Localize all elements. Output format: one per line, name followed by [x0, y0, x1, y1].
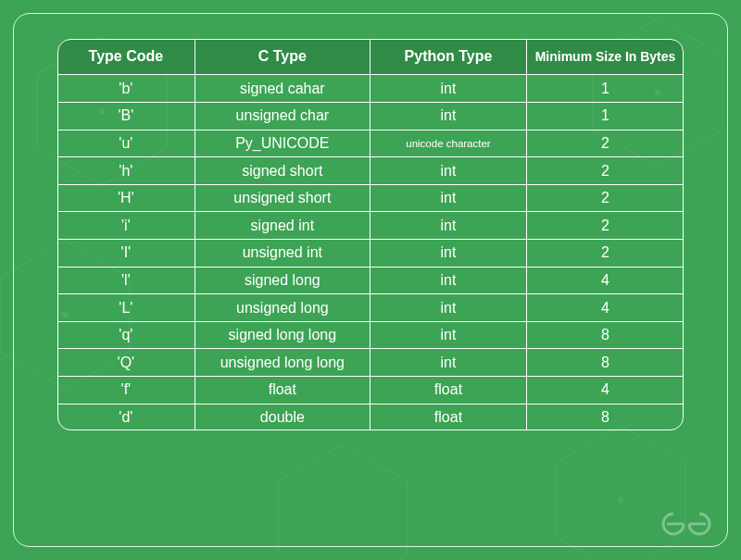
- cell-c-type: unsigned long: [195, 294, 370, 322]
- table-row: 'q'signed long longint8: [57, 322, 684, 350]
- cell-c-type: unsigned char: [195, 103, 370, 131]
- cell-c-type: signed long: [195, 268, 370, 295]
- table-row: 'I'unsigned intint2: [57, 240, 684, 268]
- cell-type-code: 'H': [57, 185, 195, 213]
- cell-type-code: 'b': [57, 75, 195, 103]
- header-c-type: C Type: [195, 39, 370, 75]
- cell-min-size: 2: [527, 157, 684, 185]
- cell-min-size: 8: [527, 349, 684, 377]
- table-header-row: Type Code C Type Python Type Minimum Siz…: [57, 39, 684, 75]
- cell-python-type: int: [370, 185, 527, 213]
- cell-type-code: 'u': [57, 131, 195, 158]
- cell-min-size: 4: [527, 377, 684, 404]
- cell-min-size: 2: [527, 240, 684, 268]
- table-row: 'H'unsigned shortint2: [57, 185, 684, 213]
- table-row: 'L'unsigned longint4: [57, 294, 684, 322]
- type-code-table-container: Type Code C Type Python Type Minimum Siz…: [57, 39, 684, 430]
- table-row: 'b'signed caharint1: [57, 75, 684, 103]
- cell-min-size: 8: [527, 322, 684, 350]
- cell-type-code: 'B': [57, 103, 195, 131]
- cell-min-size: 8: [527, 404, 684, 431]
- table-row: 'B'unsigned charint1: [57, 103, 684, 131]
- cell-python-type: int: [370, 103, 527, 131]
- cell-min-size: 4: [527, 268, 684, 295]
- cell-python-type: int: [370, 212, 527, 240]
- header-type-code: Type Code: [57, 39, 195, 75]
- header-python-type: Python Type: [370, 39, 527, 75]
- cell-c-type: Py_UNICODE: [195, 131, 370, 158]
- cell-c-type: signed cahar: [195, 75, 370, 103]
- cell-c-type: unsigned short: [195, 185, 370, 213]
- cell-c-type: double: [195, 404, 370, 431]
- table-row: 'i'signed intint2: [57, 212, 684, 240]
- cell-c-type: signed long long: [195, 322, 370, 350]
- cell-python-type: int: [370, 322, 527, 350]
- cell-type-code: 'd': [57, 404, 195, 431]
- cell-type-code: 'h': [57, 157, 195, 185]
- cell-min-size: 2: [527, 185, 684, 213]
- cell-type-code: 'l': [57, 268, 195, 295]
- geeksforgeeks-logo: [661, 510, 711, 538]
- cell-python-type: int: [370, 349, 527, 377]
- table-row: 'd'doublefloat8: [57, 404, 684, 431]
- cell-type-code: 'L': [57, 294, 195, 322]
- cell-min-size: 2: [527, 212, 684, 240]
- cell-type-code: 'f': [57, 377, 195, 404]
- cell-min-size: 2: [527, 131, 684, 158]
- table-row: 'f'floatfloat4: [57, 377, 684, 404]
- cell-python-type: int: [370, 268, 527, 295]
- table-row: 'l'signed longint4: [57, 268, 684, 295]
- cell-min-size: 4: [527, 294, 684, 322]
- cell-python-type: float: [370, 377, 527, 404]
- table-row: 'u'Py_UNICODEunicode character2: [57, 131, 684, 158]
- cell-type-code: 'q': [57, 322, 195, 350]
- type-code-table: Type Code C Type Python Type Minimum Siz…: [57, 39, 684, 430]
- table-row: 'h'signed shortint2: [57, 157, 684, 185]
- cell-type-code: 'Q': [57, 349, 195, 377]
- cell-min-size: 1: [527, 103, 684, 131]
- cell-c-type: signed short: [195, 157, 370, 185]
- cell-python-type: float: [370, 404, 527, 431]
- cell-python-type: int: [370, 294, 527, 322]
- cell-c-type: float: [195, 377, 370, 404]
- cell-c-type: signed int: [195, 212, 370, 240]
- cell-min-size: 1: [527, 75, 684, 103]
- cell-c-type: unsigned int: [195, 240, 370, 268]
- cell-c-type: unsigned long long: [195, 349, 370, 377]
- cell-python-type: unicode character: [370, 131, 527, 158]
- cell-python-type: int: [370, 75, 527, 103]
- cell-python-type: int: [370, 157, 527, 185]
- header-min-size: Minimum Size In Bytes: [527, 39, 684, 75]
- table-row: 'Q'unsigned long longint8: [57, 349, 684, 377]
- cell-type-code: 'i': [57, 212, 195, 240]
- cell-python-type: int: [370, 240, 527, 268]
- cell-type-code: 'I': [57, 240, 195, 268]
